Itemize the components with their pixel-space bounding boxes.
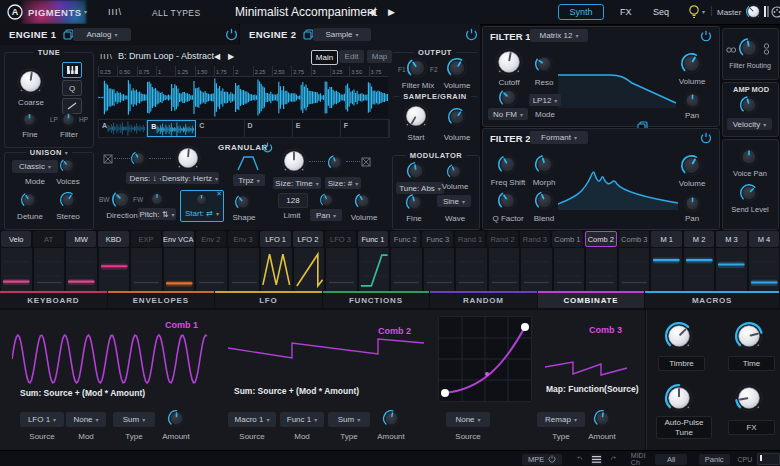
mod-tab-rand-2[interactable]: Rand 2 (487, 231, 517, 247)
mod-meter-lfo-3[interactable] (326, 248, 357, 291)
sample-list-icon[interactable]: III\ (100, 52, 113, 61)
mod-meter-func-3[interactable] (424, 248, 455, 291)
mod-meter-env-vca[interactable] (164, 248, 195, 291)
mod-meter-m-3[interactable] (716, 248, 747, 291)
filter1-fm-knob[interactable] (499, 88, 518, 107)
mod-tab-velo[interactable]: Velo (1, 231, 31, 247)
arturia-logo[interactable]: A (7, 4, 23, 20)
mod-meter-kbd[interactable] (99, 248, 130, 291)
filter1-fm-select[interactable]: No FM (488, 108, 528, 120)
modulator-fine-knob[interactable] (406, 194, 423, 211)
macro-fx-knob[interactable] (735, 384, 763, 412)
midi-ch-select[interactable]: All (655, 454, 686, 465)
preset-next-button[interactable]: ▶ (388, 7, 395, 17)
tab-synth[interactable]: Synth (558, 4, 604, 20)
mod-meter-m-2[interactable] (684, 248, 715, 291)
mod-meter-rand-2[interactable] (489, 248, 520, 291)
filter2-curve[interactable] (558, 160, 680, 210)
mod-tab-func-1[interactable]: Func 1 (358, 231, 388, 247)
comb3-source-select[interactable]: None (446, 412, 490, 427)
comb1-mod-select[interactable]: None (66, 412, 106, 427)
grain-shape-icon[interactable] (237, 155, 259, 171)
library-filter[interactable]: ALL TYPES (152, 8, 201, 18)
filter2-blend-knob[interactable] (535, 191, 554, 210)
sample-segment-a[interactable]: A (99, 120, 147, 137)
modulator-volume-knob[interactable] (447, 164, 462, 179)
tab-fx[interactable]: FX (620, 7, 632, 17)
quantize-button[interactable]: Q (62, 80, 82, 96)
mpe-toggle[interactable]: MPE (522, 454, 562, 465)
grain-size-knob[interactable] (281, 148, 307, 174)
grain-density-mode-select[interactable]: Density: Hertz (161, 172, 219, 184)
voice-pan-knob[interactable] (740, 148, 758, 166)
section-tab-envelopes[interactable]: ENVELOPES (108, 291, 215, 308)
comb1-type-select[interactable]: Sum (113, 412, 155, 427)
redo-icon[interactable] (610, 454, 617, 464)
mod-tab-env-2[interactable]: Env 2 (196, 231, 226, 247)
keyboard-track-button[interactable] (62, 62, 82, 78)
sample-prev-button[interactable]: ◀ (214, 52, 220, 61)
filter1-curve[interactable] (558, 70, 678, 108)
mod-meter-comb-3[interactable] (619, 248, 650, 291)
tab-seq[interactable]: Seq (653, 7, 669, 17)
section-tab-macros[interactable]: MACROS (645, 291, 779, 308)
sample-segment-d[interactable]: D (245, 120, 293, 137)
mod-meter-m-1[interactable] (651, 248, 682, 291)
grain-size2-mode-select[interactable]: Size: # (325, 177, 361, 189)
mod-tab-lfo-2[interactable]: LFO 2 (293, 231, 323, 247)
filter2-pan-knob[interactable] (684, 195, 701, 212)
comb2-source-select[interactable]: Macro 1 (228, 412, 276, 427)
tips-caret-icon[interactable]: ▾ (702, 8, 705, 15)
unison-stereo-knob[interactable] (60, 192, 76, 208)
filter-routing-knob[interactable] (739, 38, 759, 58)
granular-power-icon[interactable] (262, 142, 273, 153)
comb3-type-select[interactable]: Remap (537, 412, 585, 427)
preset-prev-button[interactable]: ◀ (368, 7, 375, 17)
engine1-power-icon[interactable] (225, 28, 238, 41)
mod-tab-comb-3[interactable]: Comb 3 (619, 231, 649, 247)
modulator-wave-select[interactable]: Sine (437, 195, 471, 207)
modulator-tune-mode-select[interactable]: Tune: Abs (396, 182, 444, 194)
mod-meter-lfo-2[interactable] (294, 248, 325, 291)
mod-meter-env-2[interactable] (196, 248, 227, 291)
macro-timbre-knob[interactable] (665, 322, 693, 350)
mod-meter-velo[interactable] (1, 248, 32, 291)
mod-tab-func-3[interactable]: Func 3 (422, 231, 452, 247)
section-tab-functions[interactable]: FUNCTIONS (323, 291, 430, 308)
mod-meter-rand-3[interactable] (521, 248, 552, 291)
comb1-waveform[interactable] (12, 330, 208, 388)
engine2-copy-icon[interactable] (303, 29, 314, 40)
master-volume-knob[interactable] (746, 4, 761, 19)
modulator-tune-knob[interactable] (407, 162, 425, 180)
mod-tab-comb-1[interactable]: Comb 1 (552, 231, 582, 247)
mod-tab-at[interactable]: AT (33, 231, 63, 247)
filter1-mode-select[interactable]: LP12 (529, 94, 561, 106)
filter1-cutoff-knob[interactable] (495, 48, 523, 76)
mod-tab-comb-2[interactable]: Comb 2 (585, 231, 617, 247)
amp-mod-source-select[interactable]: Velocity (727, 118, 772, 130)
grain-density-knob[interactable] (175, 145, 201, 171)
filter2-type-select[interactable]: Formant (530, 131, 588, 144)
comb3-function-graph[interactable] (438, 316, 532, 402)
fine-tune-knob[interactable] (22, 112, 37, 127)
grain-pan-mode-select[interactable]: Pan (310, 209, 342, 221)
comb1-source-select[interactable]: LFO 1 (20, 412, 64, 427)
mod-tab-rand-1[interactable]: Rand 1 (455, 231, 485, 247)
comb2-mod-select[interactable]: Func 1 (280, 412, 324, 427)
comb2-waveform[interactable] (228, 332, 424, 372)
grain-shape-knob[interactable] (235, 194, 251, 210)
mod-tab-kbd[interactable]: KBD (98, 231, 128, 247)
engine-volume-knob[interactable] (447, 58, 467, 78)
mod-tab-mw[interactable]: MW (66, 231, 96, 247)
mod-tab-m-2[interactable]: M 2 (684, 231, 714, 247)
mod-meter-rand-1[interactable] (456, 248, 487, 291)
mod-meter-func-2[interactable] (391, 248, 422, 291)
sample-segment-e[interactable]: E (293, 120, 341, 137)
tips-bulb-icon[interactable] (688, 4, 700, 20)
send-level-knob[interactable] (740, 184, 758, 202)
mod-meter-exp[interactable] (131, 248, 162, 291)
close-icon[interactable]: ✕ (216, 190, 222, 198)
filter2-freqshift-knob[interactable] (498, 155, 517, 174)
mod-meter-func-1[interactable] (359, 248, 390, 291)
filter-mix-knob[interactable] (407, 58, 427, 78)
